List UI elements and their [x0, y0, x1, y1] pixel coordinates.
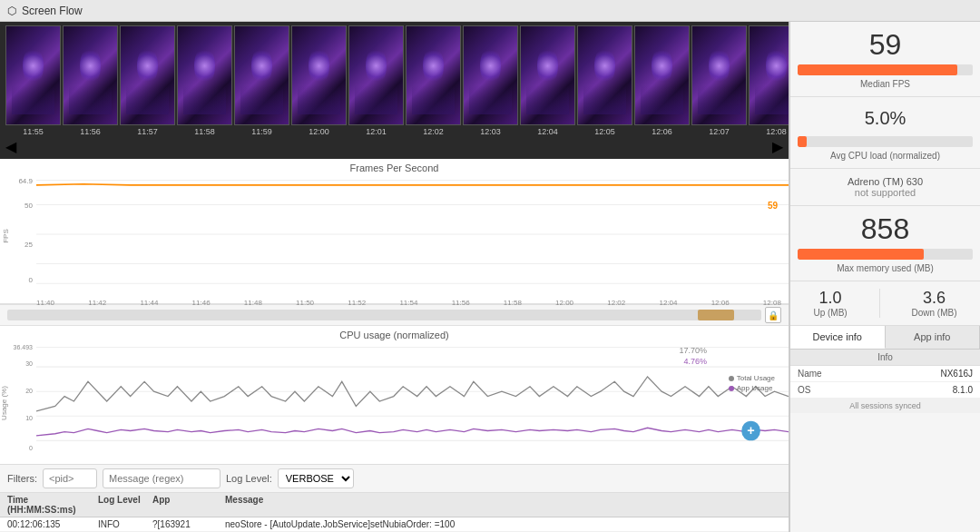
svg-text:+: +	[747, 423, 755, 438]
fps-x-label: 11:42	[88, 299, 106, 307]
fps-chart-title: Frames Per Second	[0, 159, 789, 175]
cpu-bar-container	[798, 136, 973, 147]
filmstrip-timestamp: 12:06	[652, 127, 672, 136]
fps-x-label: 11:48	[244, 299, 262, 307]
charts-area: Frames Per Second FPS 64.9 50 25 0 59	[0, 159, 789, 464]
legend-app-dot	[729, 386, 734, 391]
fps-x-labels: 11:4011:4211:4411:4611:4811:5011:5211:54…	[36, 297, 781, 307]
filmstrip-item[interactable]: 12:02	[406, 25, 461, 136]
memory-stat-label: Max memory used (MB)	[798, 263, 973, 273]
pid-filter-input[interactable]	[43, 468, 97, 488]
fps-y-labels: 64.9 50 25 0	[4, 175, 34, 297]
fps-x-label: 11:50	[296, 299, 314, 307]
log-time: 00:12:06:135	[7, 519, 98, 529]
fps-stat-value: 59	[798, 29, 973, 61]
cpu-chart-svg: +	[36, 342, 789, 460]
filmstrip-item[interactable]: 11:57	[120, 25, 175, 136]
info-table-header: Info	[790, 350, 980, 366]
legend-total-label: Total Usage	[737, 374, 775, 382]
filmstrip-prev[interactable]: ◀	[5, 138, 16, 155]
filmstrip-timestamp: 11:58	[194, 127, 215, 136]
filmstrip-timestamp: 12:01	[366, 127, 387, 136]
filmstrip-thumb	[177, 25, 232, 125]
log-app: ?[163921	[152, 519, 225, 529]
filmstrip-thumb	[520, 25, 575, 125]
cpu-stat-value: 5.0%	[798, 104, 973, 133]
filmstrip: 11:5511:5611:5711:5811:5912:0012:0112:02…	[0, 22, 789, 159]
tab-app-info[interactable]: App info	[886, 326, 981, 349]
cpu-chart-container: CPU usage (normalized) Usage (%) 36.493 …	[0, 326, 789, 464]
chart-scrollbar-track[interactable]	[7, 310, 761, 320]
cpu-y-labels: 36.493 30 20 10 0	[2, 342, 34, 464]
filters-label: Filters:	[7, 473, 37, 484]
cpu-stats-section: 5.0% Avg CPU load (normalized)	[790, 97, 980, 169]
info-val-os: 8.1.0	[953, 385, 973, 395]
log-level-select[interactable]: VERBOSE DEBUG INFO WARN ERROR	[278, 468, 354, 488]
log-level-label: Log Level:	[226, 473, 272, 484]
fps-bar-fill	[798, 64, 957, 75]
filmstrip-timestamp: 12:04	[537, 127, 558, 136]
chart-lock-button[interactable]: 🔒	[765, 307, 781, 323]
info-row-os: OS 8.1.0	[790, 382, 980, 399]
log-col-level: Log Level	[98, 495, 152, 515]
fps-x-label: 12:04	[659, 299, 677, 307]
log-level: INFO	[98, 519, 152, 529]
filmstrip-next[interactable]: ▶	[772, 138, 783, 155]
title-bar: ⬡ Screen Flow	[0, 0, 980, 22]
filmstrip-item[interactable]: 11:56	[63, 25, 118, 136]
filmstrip-item[interactable]: 12:07	[691, 25, 747, 136]
legend-total: Total Usage	[729, 374, 775, 382]
cpu-legend: Total Usage App Usage	[729, 374, 775, 392]
message-filter-input[interactable]	[103, 468, 220, 488]
memory-section: 858 Max memory used (MB)	[790, 206, 980, 281]
filmstrip-item[interactable]: 12:00	[291, 25, 347, 136]
fps-x-label: 11:44	[140, 299, 158, 307]
memory-stat-value: 858	[798, 213, 973, 245]
network-up-label: Up (MB)	[813, 308, 847, 318]
chart-scrollbar-thumb[interactable]	[698, 310, 734, 320]
adreno-section: Adreno (TM) 630 not supported	[790, 169, 980, 206]
filmstrip-item[interactable]: 12:06	[634, 25, 690, 136]
filmstrip-thumb	[291, 25, 347, 125]
filmstrip-item[interactable]: 11:58	[177, 25, 232, 136]
filmstrip-item[interactable]: 12:03	[463, 25, 518, 136]
filmstrip-item[interactable]: 12:04	[520, 25, 575, 136]
right-panel: 59 Median FPS 5.0% Avg CPU load (normali…	[789, 22, 980, 532]
fps-chart-container: Frames Per Second FPS 64.9 50 25 0 59	[0, 159, 789, 304]
filmstrip-timestamp: 12:00	[309, 127, 329, 136]
filmstrip-thumb	[63, 25, 118, 125]
network-section: 1.0 Up (MB) 3.6 Down (MB)	[790, 281, 980, 326]
filmstrip-item[interactable]: 12:05	[577, 25, 632, 136]
filmstrip-item[interactable]: 11:59	[234, 25, 289, 136]
filmstrip-item[interactable]: 11:55	[5, 25, 61, 136]
filmstrip-images: 11:5511:5611:5711:5811:5912:0012:0112:02…	[0, 25, 789, 136]
cpu-chart-title: CPU usage (normalized)	[0, 326, 789, 342]
cpu-app-value: 4.76%	[683, 357, 707, 366]
app-icon: ⬡	[7, 5, 16, 17]
network-down-value: 3.6	[912, 289, 957, 308]
left-panel: 11:5511:5611:5711:5811:5912:0012:0112:02…	[0, 22, 789, 532]
adreno-status: not supported	[798, 187, 973, 198]
filmstrip-thumb	[749, 25, 789, 125]
cpu-stat-label: Avg CPU load (normalized)	[798, 151, 973, 161]
filmstrip-timestamp: 12:08	[766, 127, 787, 136]
cpu-total-value: 17.70%	[679, 346, 707, 355]
filmstrip-item[interactable]: 12:01	[348, 25, 404, 136]
filmstrip-thumb	[634, 25, 690, 125]
filmstrip-item[interactable]: 12:08	[749, 25, 789, 136]
fps-x-label: 11:54	[399, 299, 417, 307]
info-key-os: OS	[798, 385, 810, 395]
filmstrip-timestamp: 12:07	[709, 127, 730, 136]
fps-x-label: 12:08	[763, 299, 781, 307]
filmstrip-thumb	[577, 25, 632, 125]
sessions-synced-label: All sessions synced	[790, 399, 980, 413]
tab-device-info[interactable]: Device info	[790, 326, 886, 349]
fps-x-label: 11:56	[452, 299, 470, 307]
adreno-title: Adreno (TM) 630	[798, 176, 973, 187]
network-down-label: Down (MB)	[912, 308, 957, 318]
log-message: neoStore - [AutoUpdate.JobService]setNub…	[225, 519, 781, 529]
memory-bar-container	[798, 249, 973, 260]
filmstrip-thumb	[406, 25, 461, 125]
legend-app: App Usage	[729, 384, 775, 392]
info-tabs-container: Device info App info Info Name NX616J OS…	[790, 326, 980, 532]
